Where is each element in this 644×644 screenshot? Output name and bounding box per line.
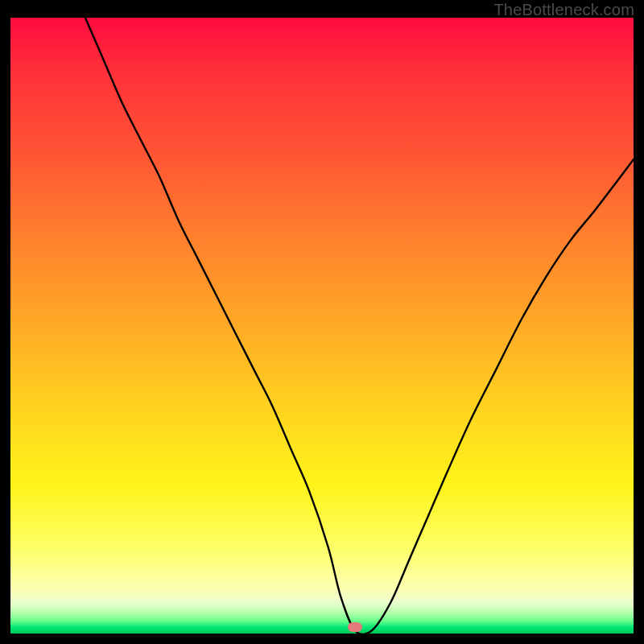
bottleneck-curve [10, 18, 634, 634]
plot-area [10, 18, 634, 634]
watermark-text: TheBottleneck.com [493, 1, 634, 19]
optimum-marker [348, 622, 362, 632]
chart-stage: TheBottleneck.com [0, 0, 644, 644]
